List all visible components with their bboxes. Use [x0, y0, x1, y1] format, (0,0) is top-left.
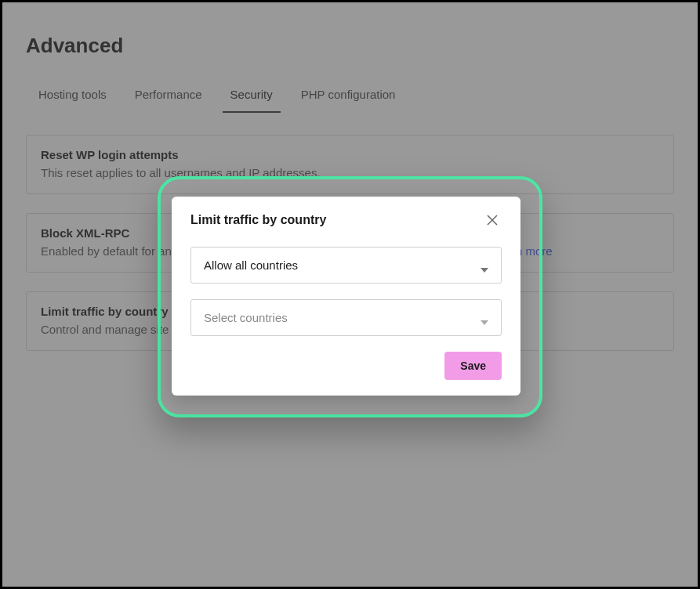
- close-button[interactable]: [483, 211, 502, 229]
- highlight-ring: Limit traffic by country Allow all count…: [158, 176, 542, 417]
- modal-overlay[interactable]: Limit traffic by country Allow all count…: [2, 2, 698, 587]
- allow-mode-select[interactable]: Allow all countries: [190, 247, 502, 284]
- modal-header: Limit traffic by country: [190, 211, 502, 229]
- limit-traffic-modal: Limit traffic by country Allow all count…: [172, 197, 520, 396]
- chevron-down-icon: [481, 262, 488, 269]
- save-button[interactable]: Save: [444, 352, 502, 380]
- modal-footer: Save: [190, 352, 502, 380]
- select-value: Allow all countries: [204, 258, 298, 272]
- chevron-down-icon: [481, 314, 488, 322]
- countries-select[interactable]: Select countries: [190, 299, 502, 336]
- select-placeholder: Select countries: [204, 311, 288, 324]
- modal-title: Limit traffic by country: [190, 213, 326, 227]
- close-icon: [486, 214, 499, 226]
